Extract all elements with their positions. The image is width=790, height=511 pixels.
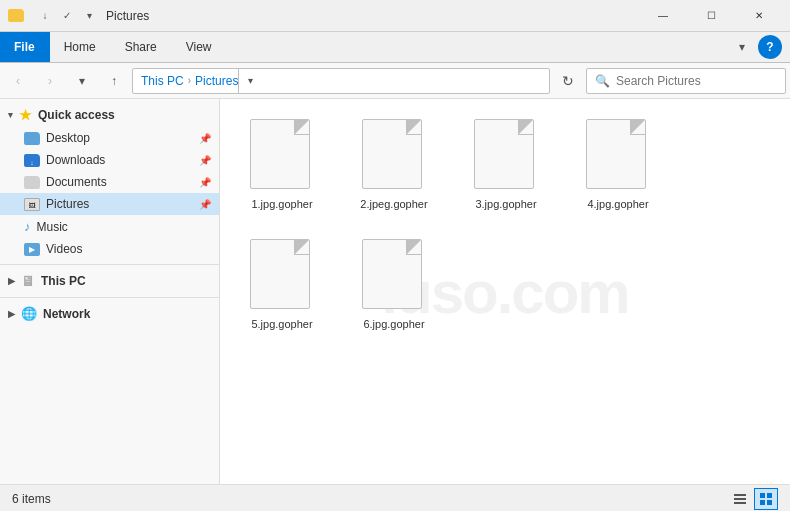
chevron-icon: ▾ [8, 110, 13, 120]
file-page [250, 239, 310, 309]
folder-icon [8, 9, 24, 22]
file-icon [474, 119, 538, 191]
file-name: 6.jpg.gopher [363, 317, 424, 331]
svg-rect-2 [734, 502, 746, 504]
breadcrumb-sep-1: › [188, 75, 191, 86]
sidebar-item-label-documents: Documents [46, 175, 107, 189]
tab-share[interactable]: Share [111, 32, 172, 62]
music-icon: ♪ [24, 219, 31, 234]
back-button[interactable]: ‹ [4, 67, 32, 95]
tab-view[interactable]: View [172, 32, 227, 62]
tab-file[interactable]: File [0, 32, 50, 62]
file-item[interactable]: 2.jpeg.gopher [344, 111, 444, 219]
file-page [586, 119, 646, 189]
list-view-icon [733, 492, 747, 506]
sidebar-item-label-network: Network [43, 307, 90, 321]
ribbon-tabs: File Home Share View ▾ ? [0, 32, 790, 62]
file-page [474, 119, 534, 189]
item-count: 6 items [12, 492, 51, 506]
videos-icon: ▶ [24, 243, 40, 256]
downloads-icon: ↓ [24, 154, 40, 167]
sidebar-section-thispc: ▶ 🖥 This PC [0, 269, 219, 293]
chevron-icon-thispc: ▶ [8, 276, 15, 286]
address-dropdown-button[interactable]: ▾ [238, 68, 262, 94]
detail-view-icon [759, 492, 773, 506]
file-page [362, 119, 422, 189]
forward-button[interactable]: › [36, 67, 64, 95]
search-input[interactable] [616, 74, 777, 88]
title-bar: ↓ ✓ ▾ Pictures — ☐ ✕ [0, 0, 790, 32]
breadcrumb: This PC › Pictures [141, 74, 238, 88]
sidebar-header-quick-access[interactable]: ▾ ★ Quick access [0, 103, 219, 127]
pin-icon-desktop: 📌 [199, 133, 211, 144]
file-grid: 1.jpg.gopher 2.jpeg.gopher 3.jpg.gopher … [232, 111, 778, 340]
recent-locations-button[interactable]: ▾ [68, 67, 96, 95]
sidebar-section-quick-access: ▾ ★ Quick access Desktop 📌 ↓ Downloads 📌 [0, 103, 219, 260]
file-page [250, 119, 310, 189]
help-button[interactable]: ? [758, 35, 782, 59]
file-icon [250, 239, 314, 311]
file-name: 3.jpg.gopher [475, 197, 536, 211]
file-icon [362, 239, 426, 311]
sidebar-item-label-thispc: This PC [41, 274, 86, 288]
sidebar-item-desktop[interactable]: Desktop 📌 [0, 127, 219, 149]
ribbon-controls: ▾ ? [722, 32, 790, 62]
sidebar-item-music[interactable]: ♪ Music [0, 215, 219, 238]
file-name: 2.jpeg.gopher [360, 197, 427, 211]
minimize-button[interactable]: — [640, 0, 686, 32]
file-item[interactable]: 3.jpg.gopher [456, 111, 556, 219]
chevron-icon-network: ▶ [8, 309, 15, 319]
file-item[interactable]: 1.jpg.gopher [232, 111, 332, 219]
quick-access-toolbar: ↓ ✓ ▾ [8, 7, 98, 25]
detail-view-button[interactable] [754, 488, 778, 510]
sidebar-item-thispc[interactable]: ▶ 🖥 This PC [0, 269, 219, 293]
window-title: Pictures [106, 9, 149, 23]
sidebar-divider-1 [0, 264, 219, 265]
breadcrumb-pictures[interactable]: Pictures [195, 74, 238, 88]
file-icon [586, 119, 650, 191]
svg-rect-5 [760, 500, 765, 505]
status-bar: 6 items [0, 484, 790, 511]
breadcrumb-thispc[interactable]: This PC [141, 74, 184, 88]
file-icon [250, 119, 314, 191]
sidebar: ▾ ★ Quick access Desktop 📌 ↓ Downloads 📌 [0, 99, 220, 484]
quick-access-label: Quick access [38, 108, 115, 122]
address-path[interactable]: This PC › Pictures ▾ [132, 68, 550, 94]
file-page [362, 239, 422, 309]
thispc-icon: 🖥 [21, 273, 35, 289]
content-area: iuso.com 1.jpg.gopher 2.jpeg.gopher 3.jp… [220, 99, 790, 484]
search-box: 🔍 [586, 68, 786, 94]
main-layout: ▾ ★ Quick access Desktop 📌 ↓ Downloads 📌 [0, 99, 790, 484]
view-toggle-buttons [728, 488, 778, 510]
qat-button-1[interactable]: ↓ [36, 7, 54, 25]
sidebar-item-pictures[interactable]: 🖼 Pictures 📌 [0, 193, 219, 215]
pin-icon-pictures: 📌 [199, 199, 211, 210]
refresh-button[interactable]: ↻ [554, 67, 582, 95]
pin-icon-documents: 📌 [199, 177, 211, 188]
ribbon: File Home Share View ▾ ? [0, 32, 790, 63]
ribbon-collapse-button[interactable]: ▾ [730, 35, 754, 59]
svg-rect-3 [760, 493, 765, 498]
sidebar-item-network[interactable]: ▶ 🌐 Network [0, 302, 219, 325]
file-name: 5.jpg.gopher [251, 317, 312, 331]
maximize-button[interactable]: ☐ [688, 0, 734, 32]
file-item[interactable]: 4.jpg.gopher [568, 111, 668, 219]
file-item[interactable]: 6.jpg.gopher [344, 231, 444, 339]
svg-rect-1 [734, 498, 746, 500]
sidebar-item-documents[interactable]: Documents 📌 [0, 171, 219, 193]
sidebar-item-label-videos: Videos [46, 242, 82, 256]
list-view-button[interactable] [728, 488, 752, 510]
file-item[interactable]: 5.jpg.gopher [232, 231, 332, 339]
address-bar: ‹ › ▾ ↑ This PC › Pictures ▾ ↻ 🔍 [0, 63, 790, 99]
sidebar-item-label-downloads: Downloads [46, 153, 105, 167]
sidebar-item-videos[interactable]: ▶ Videos [0, 238, 219, 260]
tab-home[interactable]: Home [50, 32, 111, 62]
app-icon [8, 9, 24, 22]
qat-button-2[interactable]: ✓ [58, 7, 76, 25]
file-icon [362, 119, 426, 191]
up-button[interactable]: ↑ [100, 67, 128, 95]
qat-dropdown[interactable]: ▾ [80, 7, 98, 25]
sidebar-item-downloads[interactable]: ↓ Downloads 📌 [0, 149, 219, 171]
close-button[interactable]: ✕ [736, 0, 782, 32]
svg-rect-6 [767, 500, 772, 505]
